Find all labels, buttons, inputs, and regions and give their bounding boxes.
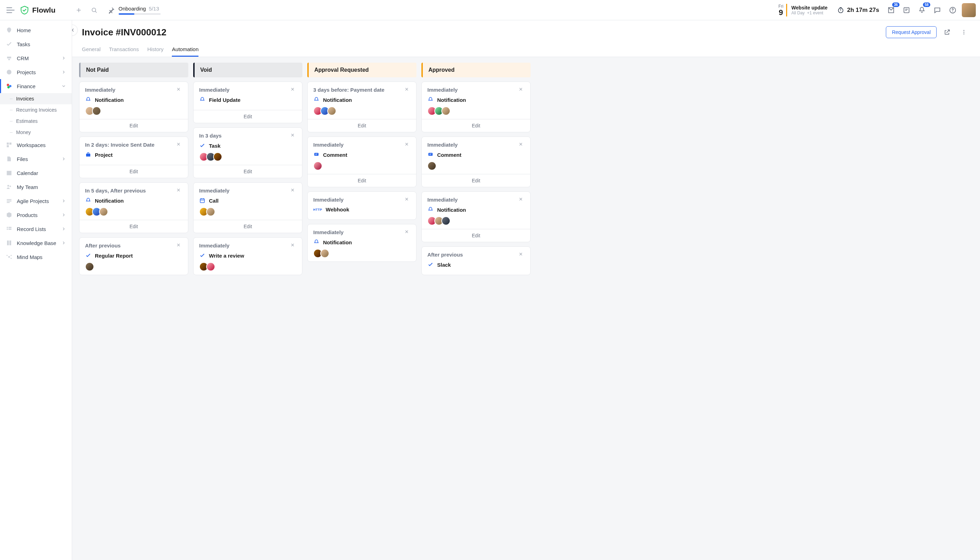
card-trigger: In 2 days: Invoice Sent Date — [85, 142, 154, 148]
chat-icon[interactable] — [931, 4, 943, 17]
sidebar-sub-money[interactable]: Money — [0, 127, 72, 138]
sidebar-item-kb[interactable]: Knowledge Base — [0, 236, 72, 250]
card-edit-button[interactable]: Edit — [308, 119, 416, 132]
card-action-label: Webhook — [326, 207, 349, 212]
close-icon — [72, 27, 75, 33]
bell-icon[interactable]: 58 — [916, 4, 928, 17]
tab-general[interactable]: General — [82, 43, 100, 57]
sidebar-item-team[interactable]: My Team — [0, 180, 72, 194]
card-close-icon[interactable] — [176, 243, 182, 249]
more-menu-icon[interactable] — [958, 26, 970, 38]
card-close-icon[interactable] — [290, 188, 297, 194]
external-link-icon[interactable] — [941, 26, 953, 38]
card-edit-button[interactable]: Edit — [422, 119, 530, 132]
sidebar-item-mind[interactable]: Mind Maps — [0, 250, 72, 264]
card-close-icon[interactable] — [176, 188, 182, 194]
sidebar-sub-recurring[interactable]: Recurring Invoices — [0, 104, 72, 115]
briefcase-icon — [85, 152, 92, 158]
nav-label: Workspaces — [17, 142, 45, 148]
card-trigger: Immediately — [427, 197, 458, 203]
sidebar-item-tasks[interactable]: Tasks — [0, 37, 72, 51]
card-close-icon[interactable] — [290, 243, 297, 249]
svg-rect-13 — [7, 171, 11, 175]
card-close-icon[interactable] — [404, 229, 410, 235]
card-edit-button[interactable]: Edit — [80, 119, 188, 132]
card-close-icon[interactable] — [404, 87, 410, 93]
menu-toggle-icon[interactable] — [4, 4, 17, 17]
svg-rect-31 — [200, 199, 204, 203]
sidebar-sub-estimates[interactable]: Estimates — [0, 115, 72, 127]
inbox-icon[interactable]: 36 — [885, 4, 897, 17]
card-close-icon[interactable] — [518, 197, 525, 203]
onboarding-count: 5/13 — [149, 6, 159, 12]
onboarding-widget[interactable]: Onboarding 5/13 — [107, 6, 161, 15]
card-edit-button[interactable]: Edit — [422, 229, 530, 242]
card-close-icon[interactable] — [176, 87, 182, 93]
column-header: Not Paid — [79, 63, 188, 77]
add-icon[interactable] — [72, 4, 85, 17]
card-edit-button[interactable]: Edit — [308, 174, 416, 187]
card-edit-button[interactable]: Edit — [193, 165, 302, 178]
assignee-avatars — [199, 262, 297, 271]
brand-logo[interactable]: Flowlu — [20, 5, 56, 15]
svg-point-0 — [92, 8, 96, 12]
sidebar: Home Tasks CRM Projects Finance Invoices… — [0, 20, 72, 560]
sidebar-item-projects[interactable]: Projects — [0, 65, 72, 79]
sidebar-item-crm[interactable]: CRM — [0, 51, 72, 65]
card-edit-button[interactable]: Edit — [80, 220, 188, 233]
date-widget[interactable]: Fri 9 — [778, 4, 783, 17]
nav-label: Home — [17, 27, 31, 33]
nav-label: Finance — [17, 83, 35, 89]
check-icon — [199, 252, 205, 258]
svg-rect-21 — [7, 228, 8, 230]
date-day: 9 — [778, 9, 783, 17]
svg-point-7 — [7, 83, 9, 86]
help-icon[interactable] — [947, 4, 959, 17]
timer-widget[interactable]: 2h 17m 27s — [837, 7, 879, 13]
sidebar-sub-invoices[interactable]: Invoices — [0, 93, 72, 104]
card-edit-button[interactable]: Edit — [193, 110, 302, 123]
main-content: Invoice #INV000012 Request Approval Gene… — [72, 20, 980, 560]
event-widget[interactable]: Website update All Day +1 event — [786, 4, 832, 17]
svg-rect-5 — [8, 59, 10, 60]
card-action-label: Project — [95, 152, 113, 158]
sidebar-item-records[interactable]: Record Lists — [0, 222, 72, 236]
tab-history[interactable]: History — [147, 43, 164, 57]
card-close-icon[interactable] — [404, 197, 410, 203]
sidebar-item-workspaces[interactable]: Workspaces — [0, 138, 72, 152]
card-edit-button[interactable]: Edit — [422, 174, 530, 187]
card-close-icon[interactable] — [518, 87, 525, 93]
sidebar-item-products[interactable]: Products — [0, 208, 72, 222]
sidebar-item-home[interactable]: Home — [0, 23, 72, 37]
card-close-icon[interactable] — [290, 87, 297, 93]
svg-point-25 — [10, 255, 12, 256]
chevron-right-icon — [61, 240, 66, 245]
sidebar-item-finance[interactable]: Finance — [0, 79, 72, 93]
notes-icon[interactable] — [900, 4, 913, 17]
card-action-label: Regular Report — [95, 253, 133, 258]
card-close-icon[interactable] — [290, 133, 297, 139]
card-close-icon[interactable] — [176, 142, 182, 148]
card-close-icon[interactable] — [518, 252, 525, 258]
nav-label: Calendar — [17, 170, 38, 176]
automation-card: Immediately Notification Edit — [422, 82, 531, 132]
card-edit-button[interactable]: Edit — [193, 220, 302, 233]
user-avatar[interactable] — [962, 3, 976, 17]
request-approval-button[interactable]: Request Approval — [886, 26, 937, 38]
svg-rect-17 — [7, 200, 11, 202]
automation-card: Immediately Comment Edit — [422, 137, 531, 187]
card-trigger: Immediately — [427, 142, 458, 148]
sidebar-item-calendar[interactable]: Calendar — [0, 166, 72, 180]
tab-automation[interactable]: Automation — [172, 43, 198, 57]
card-edit-button[interactable]: Edit — [80, 165, 188, 178]
bell-icon — [85, 197, 92, 204]
tab-transactions[interactable]: Transactions — [109, 43, 138, 57]
sidebar-item-agile[interactable]: Agile Projects — [0, 194, 72, 208]
card-close-icon[interactable] — [518, 142, 525, 148]
svg-point-14 — [7, 185, 9, 187]
card-trigger: After previous — [427, 252, 463, 258]
svg-point-29 — [963, 33, 965, 35]
card-close-icon[interactable] — [404, 142, 410, 148]
search-icon[interactable] — [88, 4, 100, 17]
sidebar-item-files[interactable]: Files — [0, 152, 72, 166]
